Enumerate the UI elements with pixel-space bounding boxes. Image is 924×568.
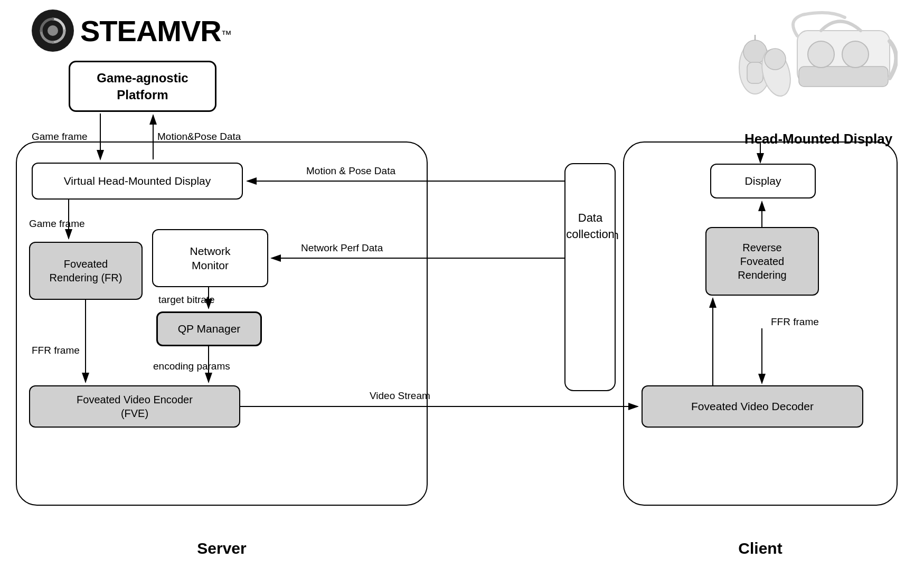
steam-icon	[32, 10, 74, 52]
display-label: Display	[745, 174, 781, 188]
vhmd-box: Virtual Head-Mounted Display	[32, 163, 243, 200]
steamvr-text: STEAMVR™	[80, 14, 232, 48]
svg-rect-10	[799, 67, 888, 87]
platform-label: Game-agnosticPlatform	[97, 71, 188, 102]
fvd-label: Foveated Video Decoder	[691, 399, 814, 413]
svg-point-2	[48, 25, 58, 36]
data-collection-text: Datacollection	[566, 210, 615, 243]
diagram-container: { "title": "SteamVR Architecture Diagram…	[0, 0, 924, 568]
reverse-fr-box: ReverseFoveatedRendering	[705, 227, 819, 296]
foveated-rendering-box: FoveatedRendering (FR)	[29, 242, 143, 300]
motion-pose-up-label: Motion&Pose Data	[157, 131, 241, 142]
game-frame-label: Game frame	[32, 131, 88, 142]
hmd-illustration	[729, 10, 898, 126]
display-box: Display	[710, 164, 816, 198]
fve-label: Foveated Video Encoder(FVE)	[77, 393, 193, 420]
server-title: Server	[16, 539, 428, 557]
fve-box: Foveated Video Encoder(FVE)	[29, 385, 240, 428]
foveated-rendering-label: FoveatedRendering (FR)	[50, 257, 122, 285]
svg-point-11	[808, 41, 834, 68]
qp-manager-box: QP Manager	[156, 311, 262, 346]
steamvr-logo: STEAMVR™	[32, 10, 232, 52]
network-monitor-label: NetworkMonitor	[190, 244, 230, 273]
svg-point-12	[842, 41, 869, 68]
qp-manager-label: QP Manager	[178, 321, 241, 336]
svg-rect-24	[565, 164, 615, 391]
svg-point-8	[765, 49, 786, 70]
platform-box: Game-agnosticPlatform	[69, 61, 216, 112]
client-title: Client	[623, 539, 898, 557]
network-monitor-box: NetworkMonitor	[152, 229, 268, 287]
svg-rect-5	[747, 62, 763, 83]
reverse-fr-label: ReverseFoveatedRendering	[738, 241, 786, 282]
fvd-box: Foveated Video Decoder	[642, 385, 863, 428]
hmd-title: Head-Mounted Display	[734, 131, 903, 147]
vhmd-label: Virtual Head-Mounted Display	[64, 174, 211, 188]
